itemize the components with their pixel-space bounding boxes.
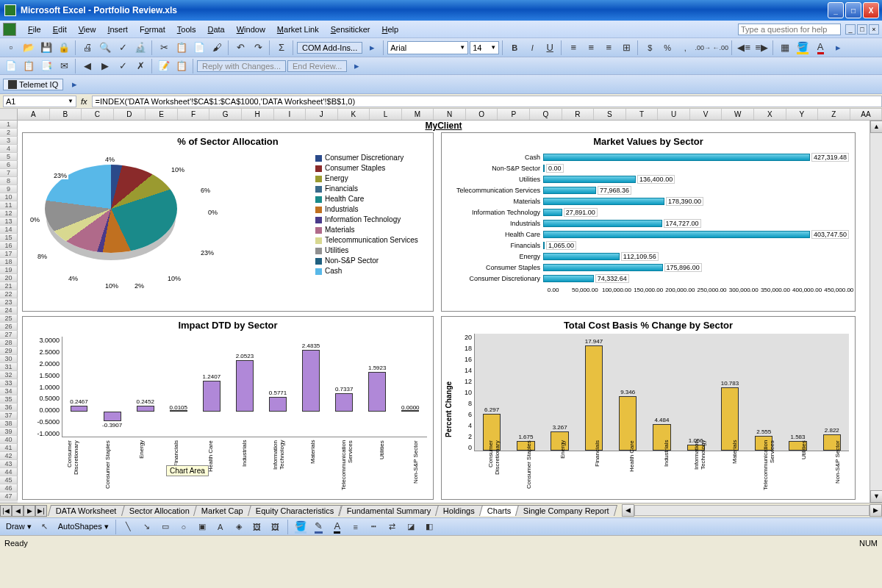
app-menu-icon[interactable] (3, 23, 16, 36)
draw-menu[interactable]: Draw ▾ (3, 522, 35, 531)
diagram-button[interactable]: ◈ (231, 519, 247, 535)
row-header-23[interactable]: 23 (0, 298, 18, 306)
align-center-button[interactable]: ≡ (583, 40, 599, 56)
wordart-button[interactable]: A (212, 519, 229, 535)
col-header-M[interactable]: M (402, 109, 434, 120)
redo-button[interactable]: ↷ (250, 40, 266, 56)
sheet-area[interactable]: MyClient % of Sector Allocation 4%10%6%0… (18, 121, 870, 503)
sheet-tab-market-cap[interactable]: Market Cap (193, 505, 251, 516)
menu-edit[interactable]: Edit (47, 24, 73, 35)
row-header-16[interactable]: 16 (0, 242, 18, 250)
dash-style-button[interactable]: ┅ (366, 519, 382, 535)
doc-minimize-button[interactable]: _ (845, 24, 856, 35)
comma-button[interactable]: , (677, 40, 693, 56)
row-header-11[interactable]: 11 (0, 201, 18, 209)
review-btn-8[interactable]: ✗ (132, 58, 148, 74)
sheet-tab-data-worksheet[interactable]: DATA Worksheet (48, 505, 125, 516)
row-header-31[interactable]: 31 (0, 363, 18, 371)
align-left-button[interactable]: ≡ (565, 40, 581, 56)
review-btn-9[interactable]: 📝 (156, 58, 172, 74)
spelling-button[interactable]: ✓ (115, 40, 131, 56)
col-header-T[interactable]: T (626, 109, 659, 120)
sheet-tab-sector-allocation[interactable]: Sector Allocation (121, 505, 198, 516)
save-button[interactable]: 💾 (38, 40, 54, 56)
row-header-10[interactable]: 10 (0, 193, 18, 201)
reply-changes-button[interactable]: Reply with Changes... (197, 60, 286, 72)
row-header-25[interactable]: 25 (0, 315, 18, 323)
scroll-down-button[interactable]: ▼ (870, 490, 882, 503)
vertical-scrollbar[interactable]: ▲ ▼ (870, 121, 882, 503)
review-btn-6[interactable]: ▶ (97, 58, 113, 74)
row-header-8[interactable]: 8 (0, 177, 18, 185)
sheet-tab-charts[interactable]: Charts (479, 505, 519, 516)
borders-button[interactable]: ▦ (777, 40, 793, 56)
tab-prev-button[interactable]: ◀ (12, 505, 24, 517)
row-header-20[interactable]: 20 (0, 274, 18, 282)
menu-insert[interactable]: Insert (101, 24, 134, 35)
row-header-32[interactable]: 32 (0, 371, 18, 379)
menu-tools[interactable]: Tools (171, 24, 202, 35)
row-header-14[interactable]: 14 (0, 226, 18, 234)
toolbar-options-2[interactable]: ▸ (830, 40, 846, 56)
line-color-button[interactable]: ✎ (311, 519, 327, 535)
row-header-41[interactable]: 41 (0, 444, 18, 452)
autosum-button[interactable]: Σ (273, 40, 290, 56)
col-header-J[interactable]: J (306, 109, 338, 120)
autoshapes-menu[interactable]: AutoShapes ▾ (55, 522, 112, 531)
menu-file[interactable]: File (22, 24, 47, 35)
row-header-47[interactable]: 47 (0, 492, 18, 501)
row-header-42[interactable]: 42 (0, 452, 18, 460)
row-header-34[interactable]: 34 (0, 387, 18, 395)
currency-button[interactable]: $ (642, 40, 658, 56)
col-header-V[interactable]: V (690, 109, 723, 120)
row-header-43[interactable]: 43 (0, 460, 18, 468)
row-header-46[interactable]: 46 (0, 484, 18, 492)
row-header-30[interactable]: 30 (0, 355, 18, 363)
row-header-21[interactable]: 21 (0, 282, 18, 290)
row-header-15[interactable]: 15 (0, 234, 18, 242)
col-header-A[interactable]: A (18, 109, 50, 120)
research-button[interactable]: 🔬 (132, 40, 148, 56)
paste-button[interactable]: 📄 (191, 40, 207, 56)
row-header-24[interactable]: 24 (0, 306, 18, 315)
tab-next-button[interactable]: ▶ (24, 505, 35, 517)
col-header-F[interactable]: F (178, 109, 210, 120)
telemet-iq-button[interactable]: Telemet IQ (3, 79, 63, 90)
decrease-decimal-button[interactable]: ←.00 (712, 40, 728, 56)
scroll-left-button[interactable]: ◀ (622, 504, 634, 517)
undo-button[interactable]: ↶ (232, 40, 248, 56)
row-header-4[interactable]: 4 (0, 145, 18, 153)
textbox-button[interactable]: ▣ (194, 519, 210, 535)
name-box[interactable]: A1▼ (3, 96, 76, 107)
review-btn-5[interactable]: ◀ (79, 58, 96, 74)
menu-window[interactable]: Window (231, 24, 271, 35)
underline-button[interactable]: U (542, 40, 558, 56)
row-header-33[interactable]: 33 (0, 379, 18, 387)
col-header-Z[interactable]: Z (818, 109, 850, 120)
minimize-button[interactable]: _ (828, 2, 844, 18)
col-header-U[interactable]: U (658, 109, 690, 120)
sheet-tab-fundamental-summary[interactable]: Fundamental Summary (339, 505, 439, 516)
font-size-selector[interactable]: 14▼ (470, 41, 499, 54)
review-btn-7[interactable]: ✓ (115, 58, 131, 74)
toolbar-options-4[interactable]: ▸ (66, 76, 82, 93)
col-header-E[interactable]: E (146, 109, 178, 120)
merge-center-button[interactable]: ⊞ (618, 40, 634, 56)
increase-decimal-button[interactable]: .00→ (695, 40, 711, 56)
col-header-C[interactable]: C (82, 109, 114, 120)
col-header-G[interactable]: G (209, 109, 242, 120)
print-button[interactable]: 🖨 (79, 40, 96, 56)
sheet-tab-holdings[interactable]: Holdings (435, 505, 483, 516)
help-search-input[interactable] (738, 24, 841, 35)
col-header-Q[interactable]: Q (530, 109, 562, 120)
review-btn-10[interactable]: 📋 (173, 58, 190, 74)
row-header-19[interactable]: 19 (0, 266, 18, 274)
row-header-28[interactable]: 28 (0, 339, 18, 347)
end-review-button[interactable]: End Review... (287, 60, 347, 72)
row-header-13[interactable]: 13 (0, 218, 18, 226)
open-button[interactable]: 📂 (21, 40, 37, 56)
percent-button[interactable]: % (659, 40, 675, 56)
row-header-1[interactable]: 1 (0, 121, 18, 129)
bold-button[interactable]: B (506, 40, 523, 56)
col-header-P[interactable]: P (498, 109, 530, 120)
